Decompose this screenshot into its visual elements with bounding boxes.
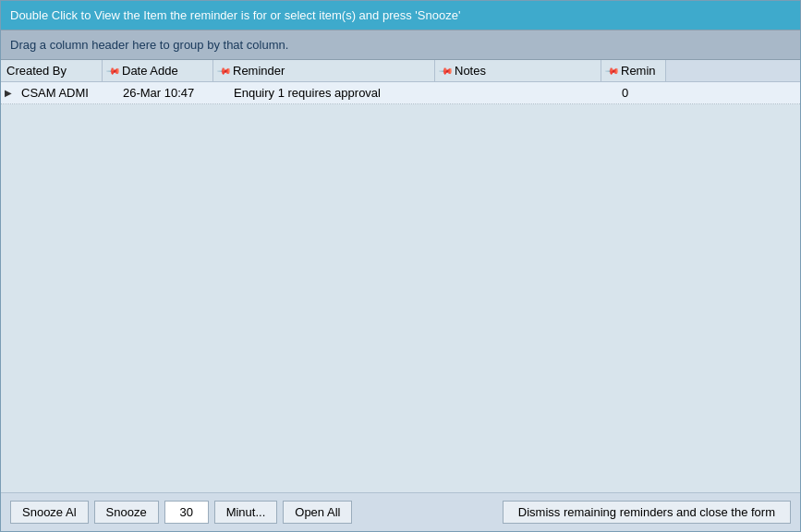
col-reminder-label: Reminder	[233, 64, 285, 78]
snooze-button[interactable]: Snooze	[94, 501, 159, 524]
title-text: Double Click to View the Item the remind…	[10, 8, 460, 22]
snooze-all-button[interactable]: Snooze Al	[10, 501, 89, 524]
group-by-header: Drag a column header here to group by th…	[1, 30, 800, 60]
cell-notes	[450, 90, 616, 97]
col-notes-label: Notes	[455, 64, 486, 78]
pin-icon-reminder: 📌	[217, 63, 232, 78]
minutes-input[interactable]	[164, 501, 209, 524]
dismiss-button[interactable]: Dismiss remaining reminders and close th…	[503, 501, 791, 524]
col-remind-num-label: Remin	[621, 64, 656, 78]
cell-date-added: 26-Mar 10:47	[117, 82, 228, 103]
footer: Snooze Al Snooze Minut... Open All Dismi…	[1, 492, 800, 531]
column-headers: Created By 📌 Date Adde 📌 Reminder 📌 Note…	[1, 60, 800, 82]
cell-reminder: Enquiry 1 requires approval	[228, 82, 450, 103]
cell-remind-num: 0	[616, 82, 681, 103]
row-arrow: ▶	[1, 88, 16, 98]
table-body: ▶ CSAM ADMI 26-Mar 10:47 Enquiry 1 requi…	[1, 82, 800, 492]
table-container: Created By 📌 Date Adde 📌 Reminder 📌 Note…	[1, 60, 800, 492]
col-created-by-label: Created By	[6, 64, 67, 78]
col-header-reminder[interactable]: 📌 Reminder	[213, 60, 435, 81]
pin-icon-date-added: 📌	[106, 63, 121, 78]
cell-created-by: CSAM ADMI	[16, 82, 117, 103]
group-by-label: Drag a column header here to group by th…	[10, 38, 288, 52]
open-all-button[interactable]: Open All	[283, 501, 352, 524]
table-row[interactable]: ▶ CSAM ADMI 26-Mar 10:47 Enquiry 1 requi…	[1, 82, 800, 104]
col-header-remind-num[interactable]: 📌 Remin	[601, 60, 666, 81]
title-bar: Double Click to View the Item the remind…	[1, 1, 800, 30]
pin-icon-remind-num: 📌	[605, 63, 620, 78]
pin-icon-notes: 📌	[439, 63, 454, 78]
minutes-label-button[interactable]: Minut...	[214, 501, 278, 524]
col-date-added-label: Date Adde	[122, 64, 178, 78]
col-header-created-by[interactable]: Created By	[1, 60, 103, 81]
col-header-date-added[interactable]: 📌 Date Adde	[103, 60, 213, 81]
col-header-notes[interactable]: 📌 Notes	[435, 60, 601, 81]
